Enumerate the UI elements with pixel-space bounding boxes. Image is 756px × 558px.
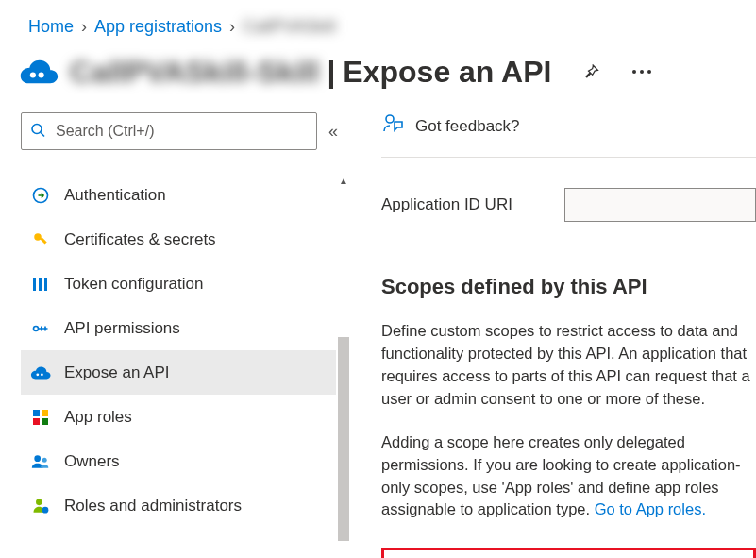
feedback-link[interactable]: Got feedback? — [381, 112, 756, 158]
pin-button[interactable] — [574, 55, 608, 89]
collapse-sidebar-button[interactable]: « — [325, 118, 342, 145]
key-icon — [30, 231, 51, 248]
sidebar-item-label: API permissions — [64, 319, 180, 338]
svg-point-4 — [647, 70, 651, 74]
chevron-right-icon: › — [81, 17, 87, 37]
sidebar-item-label: Token configuration — [64, 275, 203, 294]
owners-icon — [30, 453, 51, 470]
page-title-app-name: CallPVASkill-Skill — [70, 55, 319, 90]
svg-point-1 — [39, 72, 44, 77]
search-input[interactable] — [21, 112, 317, 150]
svg-rect-18 — [42, 418, 48, 425]
sidebar-item-token-configuration[interactable]: Token configuration — [21, 262, 342, 306]
page-header: CallPVASkill-Skill | Expose an API — [0, 44, 756, 99]
svg-point-14 — [41, 373, 43, 376]
svg-rect-8 — [40, 237, 46, 244]
svg-point-12 — [34, 326, 39, 330]
breadcrumb: Home › App registrations › CallPVASkill — [0, 0, 756, 44]
svg-point-20 — [42, 457, 47, 462]
sidebar-item-certificates-secrets[interactable]: Certificates & secrets — [21, 217, 342, 262]
svg-point-5 — [32, 125, 42, 134]
sidebar-item-roles-administrators[interactable]: Roles and administrators — [21, 483, 342, 528]
roles-admin-icon — [30, 497, 51, 516]
sidebar-item-label: Expose an API — [64, 364, 170, 382]
sidebar-item-authentication[interactable]: Authentication — [21, 173, 342, 217]
page-title-section: Expose an API — [343, 55, 551, 90]
svg-point-22 — [42, 506, 49, 513]
breadcrumb-home[interactable]: Home — [28, 17, 74, 37]
more-button[interactable] — [625, 55, 659, 89]
breadcrumb-app-registrations[interactable]: App registrations — [94, 17, 222, 37]
svg-rect-16 — [42, 410, 48, 416]
cloud-gear-icon — [30, 365, 51, 380]
svg-point-2 — [632, 70, 636, 74]
page-title: CallPVASkill-Skill | Expose an API — [70, 55, 551, 90]
svg-point-13 — [36, 373, 39, 376]
sidebar-item-api-permissions[interactable]: API permissions — [21, 306, 342, 350]
feedback-label: Got feedback? — [415, 117, 520, 136]
token-icon — [30, 276, 51, 293]
sidebar-nav: Authentication Certificates & secrets To… — [21, 173, 342, 541]
app-roles-icon — [30, 409, 51, 426]
page-title-divider: | — [327, 55, 335, 90]
go-to-app-roles-link[interactable]: Go to App roles. — [595, 500, 706, 517]
breadcrumb-app-name[interactable]: CallPVASkill — [243, 17, 336, 37]
app-id-uri-label: Application ID URI — [381, 195, 542, 214]
sidebar-item-owners[interactable]: Owners — [21, 439, 342, 483]
add-scope-button[interactable]: Add a scope — [381, 548, 756, 558]
svg-point-19 — [34, 455, 41, 462]
svg-rect-9 — [33, 278, 36, 291]
svg-rect-10 — [39, 278, 42, 291]
svg-rect-15 — [33, 410, 40, 416]
app-cloud-icon — [19, 52, 59, 92]
arrow-right-circle-icon — [30, 186, 51, 205]
scopes-description-2: Adding a scope here creates only delegat… — [381, 431, 756, 522]
scroll-up-icon[interactable]: ▲ — [336, 173, 351, 188]
feedback-icon — [381, 112, 404, 140]
sidebar-item-label: Roles and administrators — [64, 497, 242, 516]
chevron-right-icon: › — [229, 17, 235, 37]
svg-point-0 — [30, 72, 36, 77]
sidebar-scrollbar[interactable]: ▲ — [336, 173, 351, 541]
scroll-thumb[interactable] — [338, 337, 349, 541]
main-content: Got feedback? Application ID URI Scopes … — [362, 105, 756, 550]
svg-rect-11 — [44, 278, 47, 291]
sidebar-item-app-roles[interactable]: App roles — [21, 395, 342, 439]
scopes-heading: Scopes defined by this API — [381, 275, 756, 299]
app-id-uri-input[interactable] — [564, 188, 756, 222]
search-icon — [30, 123, 45, 141]
svg-point-21 — [36, 499, 42, 505]
svg-point-23 — [386, 115, 394, 123]
scopes-description-1: Define custom scopes to restrict access … — [381, 320, 756, 411]
sidebar-item-label: Authentication — [64, 186, 166, 205]
sidebar-item-label: App roles — [64, 408, 132, 427]
sidebar-item-label: Owners — [64, 452, 120, 471]
svg-point-3 — [640, 70, 644, 74]
sidebar-item-expose-an-api[interactable]: Expose an API — [21, 350, 342, 395]
svg-rect-17 — [33, 418, 40, 425]
api-permissions-icon — [30, 319, 51, 338]
sidebar-item-label: Certificates & secrets — [64, 230, 216, 249]
